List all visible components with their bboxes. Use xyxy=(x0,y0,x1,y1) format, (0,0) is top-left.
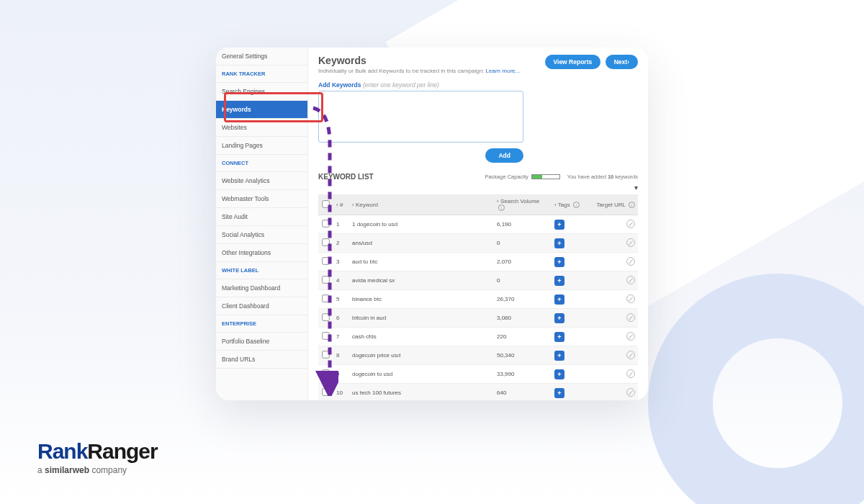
row-keyword: dogecoin price usd xyxy=(349,346,494,365)
sidebar-header: WHITE LABEL xyxy=(216,262,307,279)
add-tag-button[interactable]: + xyxy=(554,294,564,305)
row-checkbox[interactable] xyxy=(322,332,329,339)
keyword-count: You have added 10 keywords xyxy=(567,174,638,180)
row-checkbox[interactable] xyxy=(322,220,329,227)
sidebar-item-marketing-dashboard[interactable]: Marketing Dashboard xyxy=(216,279,307,297)
col-keyword[interactable]: ‹ Keyword xyxy=(349,194,494,215)
keywords-textarea[interactable] xyxy=(318,91,523,143)
app-card: General Settings RANK TRACKERSearch Engi… xyxy=(216,48,648,400)
no-target-icon xyxy=(626,238,635,247)
sidebar-item-webmaster-tools[interactable]: Webmaster Tools xyxy=(216,190,307,208)
row-volume: 3,080 xyxy=(494,309,552,328)
row-checkbox[interactable] xyxy=(322,257,329,264)
sidebar-item-client-dashboard[interactable]: Client Dashboard xyxy=(216,297,307,315)
add-tag-button[interactable]: + xyxy=(554,313,564,323)
row-num: 2 xyxy=(333,234,349,253)
row-checkbox[interactable] xyxy=(322,351,329,358)
sidebar-header: RANK TRACKER xyxy=(216,66,307,83)
no-target-icon xyxy=(626,369,635,378)
row-checkbox[interactable] xyxy=(322,388,329,395)
sidebar-item-general[interactable]: General Settings xyxy=(216,48,307,66)
row-num: 3 xyxy=(333,253,349,271)
sidebar-item-social-analytics[interactable]: Social Analytics xyxy=(216,226,307,244)
no-target-icon xyxy=(626,276,635,284)
row-volume: 0 xyxy=(494,271,552,290)
row-num: 4 xyxy=(333,271,349,290)
row-volume: 6,190 xyxy=(494,215,552,234)
row-keyword: aud to btc xyxy=(349,253,494,271)
sidebar-item-landing-pages[interactable]: Landing Pages xyxy=(216,137,307,155)
capacity-bar xyxy=(531,174,560,179)
sidebar-item-brand-urls[interactable]: Brand URLs xyxy=(216,351,307,369)
sidebar-item-website-analytics[interactable]: Website Analytics xyxy=(216,172,307,190)
info-icon: i xyxy=(573,202,580,208)
next-button[interactable]: Next› xyxy=(606,55,638,69)
table-row: 8dogecoin price usd50,340+ xyxy=(318,346,638,365)
add-tag-button[interactable]: + xyxy=(554,369,564,379)
page-subtitle: Individually or Bulk add Keywords to be … xyxy=(318,68,520,74)
sidebar-item-keywords[interactable]: Keywords xyxy=(216,101,307,119)
no-target-icon xyxy=(626,257,635,266)
table-row: 4avida medical sx0+ xyxy=(318,271,638,290)
sidebar-item-site-audit[interactable]: Site Audit xyxy=(216,208,307,226)
col-tags[interactable]: ‹ Tags i xyxy=(552,194,588,215)
add-hint-text: (enter one keyword per line) xyxy=(363,81,439,89)
row-checkbox[interactable] xyxy=(322,238,329,246)
sidebar-item-search-engines[interactable]: Search Engines xyxy=(216,83,307,101)
add-keywords-label: Add Keywords (enter one keyword per line… xyxy=(318,81,638,89)
add-tag-button[interactable]: + xyxy=(554,388,564,398)
add-button[interactable]: Add xyxy=(485,148,523,163)
row-num: 5 xyxy=(333,290,349,309)
col-volume[interactable]: ‹ Search Volume i xyxy=(494,194,552,215)
row-volume: 640 xyxy=(494,384,552,401)
table-row: 11 dogecoin to usd6,190+ xyxy=(318,215,638,234)
col-num[interactable]: ‹ # xyxy=(333,194,349,215)
add-tag-button[interactable]: + xyxy=(554,257,564,267)
row-keyword: avida medical sx xyxy=(349,271,494,290)
table-row: 5binance btc26,370+ xyxy=(318,290,638,309)
page-title: Keywords xyxy=(318,55,520,66)
add-tag-button[interactable]: + xyxy=(554,276,564,286)
no-target-icon xyxy=(626,220,635,228)
no-target-icon xyxy=(626,332,635,341)
add-tag-button[interactable]: + xyxy=(554,351,564,361)
sidebar-item-other-integrations[interactable]: Other Integrations xyxy=(216,244,307,262)
table-row: 9dogecoin to usd33,990+ xyxy=(318,365,638,384)
logo-ranger-text: Ranger xyxy=(87,439,157,463)
row-keyword: bitcoin in aud xyxy=(349,309,494,328)
row-volume: 2,070 xyxy=(494,253,552,271)
sidebar-header: CONNECT xyxy=(216,155,307,172)
no-target-icon xyxy=(626,313,635,322)
capacity-label: Package Capacity xyxy=(485,174,528,180)
add-tag-button[interactable]: + xyxy=(554,238,564,248)
row-num: 6 xyxy=(333,309,349,328)
row-checkbox[interactable] xyxy=(322,313,329,320)
sidebar-item-websites[interactable]: Websites xyxy=(216,119,307,137)
row-volume: 220 xyxy=(494,328,552,346)
learn-more-link[interactable]: Learn more... xyxy=(486,68,521,74)
row-checkbox[interactable] xyxy=(322,369,329,377)
row-num: 8 xyxy=(333,346,349,365)
subtitle-text: Individually or Bulk add Keywords to be … xyxy=(318,68,486,74)
view-reports-button[interactable]: View Reports xyxy=(545,55,601,69)
add-tag-button[interactable]: + xyxy=(554,220,564,230)
row-keyword: 1 dogecoin to usd xyxy=(349,215,494,234)
row-checkbox[interactable] xyxy=(322,294,329,302)
col-target: Target URL i xyxy=(588,194,638,215)
no-target-icon xyxy=(626,351,635,359)
table-row: 10us tech 100 futures640+ xyxy=(318,384,638,401)
row-keyword: dogecoin to usd xyxy=(349,365,494,384)
capacity-indicator: Package Capacity xyxy=(485,174,559,180)
select-all-checkbox[interactable] xyxy=(322,200,329,207)
logo-rank-text: Rank xyxy=(37,439,87,463)
row-volume: 33,990 xyxy=(494,365,552,384)
add-tag-button[interactable]: + xyxy=(554,332,564,342)
row-checkbox[interactable] xyxy=(322,276,329,283)
sidebar-item-portfolio-baseline[interactable]: Portfolio Baseline xyxy=(216,333,307,351)
filter-icon[interactable]: ▾ xyxy=(318,184,638,192)
sidebar-header: ENTERPRISE xyxy=(216,315,307,333)
keyword-list-title: KEYWORD LIST xyxy=(318,173,374,181)
table-row: 3aud to btc2,070+ xyxy=(318,253,638,271)
table-row: 6bitcoin in aud3,080+ xyxy=(318,309,638,328)
info-icon: i xyxy=(629,202,635,208)
